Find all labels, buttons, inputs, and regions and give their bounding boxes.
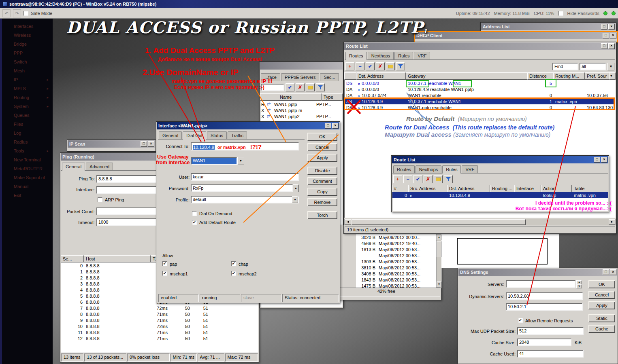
route-rules-column[interactable]: Interface [514, 185, 541, 192]
allow-protocol-item[interactable]: mschap1 [162, 270, 231, 279]
sidebar-item[interactable]: Tools ▸ [2, 146, 53, 155]
profile-select[interactable]: default [191, 196, 299, 203]
connect-to-input[interactable]: 10.128.4.9 or matrix.vpn !?!? [191, 142, 299, 150]
dialog-button[interactable]: OK [307, 133, 337, 141]
sidebar-item[interactable]: Files [2, 120, 53, 129]
close-icon[interactable]: × [610, 33, 616, 38]
route-rules-column[interactable]: Table [572, 185, 608, 192]
ping-tab[interactable]: General [62, 163, 85, 171]
filter-icon[interactable] [316, 83, 325, 91]
comment-icon[interactable] [434, 175, 443, 183]
route-list-tab[interactable]: VRF [414, 52, 430, 59]
route-col-gateway[interactable]: Gateway [406, 72, 527, 80]
max-udp-input[interactable]: 512 [517, 327, 584, 335]
close-icon[interactable]: × [148, 141, 154, 147]
sidebar-item[interactable]: Wireless [2, 31, 53, 40]
route-list-tab[interactable]: Nexthops [368, 52, 394, 59]
column-dropdown-icon[interactable]: ▾ [609, 72, 616, 80]
route-row[interactable]: DS ▸0.0.0.0/0 10.0.37.1 reachable WAN1 5 [345, 80, 615, 86]
remove-icon[interactable]: − [356, 62, 364, 70]
ppp-col-name[interactable]: Name [260, 93, 322, 101]
ppp-col-type[interactable]: Type [322, 93, 343, 101]
route-rules-tab[interactable]: Rules [442, 165, 461, 174]
sidebar-item[interactable]: Make Supout.rif [2, 173, 53, 182]
disable-icon[interactable]: ✗ [376, 62, 385, 70]
sidebar-item[interactable]: Switch [2, 57, 53, 66]
maximize-icon[interactable]: □ [603, 269, 609, 275]
route-list-tab[interactable]: Routes [345, 52, 367, 60]
allow-protocol-checkbox[interactable] [162, 261, 167, 266]
file-row[interactable]: 1475 B May/08/2012 00:53... [356, 283, 436, 288]
cache-size-input[interactable]: 2048 [517, 339, 571, 346]
scroll-up-icon[interactable]: ▴ [437, 235, 441, 240]
sidebar-item[interactable]: Radius [2, 138, 53, 146]
dialog-button[interactable]: Copy [307, 188, 337, 196]
route-rules-tab[interactable]: Nexthops [416, 165, 441, 173]
route-list-tab[interactable]: Rules [394, 52, 413, 59]
close-icon[interactable]: × [608, 24, 615, 30]
ppp-tab[interactable]: Sec... [320, 73, 339, 81]
allow-protocol-item[interactable]: chap [231, 260, 300, 269]
ping-result-row[interactable]: 8 8.8.8.8 71ms 50 51 [61, 311, 258, 317]
scope-dropdown-icon[interactable]: ▾ [607, 63, 614, 70]
scroll-left-icon[interactable]: ◄ [345, 219, 351, 225]
filter-icon[interactable] [444, 175, 453, 183]
file-row[interactable]: 1813 B May/08/2012 00:53... [356, 246, 436, 252]
servers-spin-up-icon[interactable]: ▴ [576, 280, 582, 284]
files-scrollbar[interactable]: ▴ ▾ [436, 234, 442, 288]
allow-protocol-checkbox[interactable] [162, 271, 167, 276]
dialog-tab[interactable]: Dial Out [183, 131, 206, 140]
scope-select[interactable]: all [580, 63, 606, 70]
disable-icon[interactable]: ✗ [424, 175, 433, 183]
enable-icon[interactable]: ✔ [413, 175, 422, 183]
sidebar-item[interactable]: IP ▸ [2, 75, 53, 84]
comment-icon[interactable] [386, 62, 395, 70]
route-col-flags[interactable] [344, 72, 356, 80]
remove-icon[interactable]: − [403, 175, 412, 183]
dns-button[interactable]: Cancel [588, 291, 615, 299]
close-icon[interactable]: × [608, 43, 615, 49]
ping-col-host[interactable]: Host [84, 255, 151, 262]
sidebar-item[interactable]: System ▸ [2, 102, 53, 111]
route-col-routing-mark[interactable]: Routing M... [553, 72, 585, 80]
sidebar-item[interactable]: Log [2, 129, 53, 138]
file-row[interactable]: 3810 B May/08/2012 00:53... [356, 265, 436, 271]
gateway-dropdown-icon[interactable]: ▾ [237, 157, 244, 165]
route-rules-column[interactable]: # [392, 185, 408, 192]
dialog-button[interactable]: Cancel [307, 143, 337, 151]
dial-on-demand-checkbox[interactable] [192, 211, 197, 216]
ppp-interface-row[interactable]: R ⇄ WAN1-pptp PPTP... [260, 101, 342, 107]
sidebar-item[interactable]: Manual [2, 182, 53, 191]
ppp-interface-row[interactable]: X ⇄ WAN1-pptp-m [260, 107, 342, 113]
dns-button[interactable]: Static [588, 314, 615, 322]
ping-result-row[interactable]: 10 8.8.8.8 72ms 50 51 [61, 323, 258, 329]
file-row[interactable]: 3020 B May/09/2012 00:00... [356, 234, 436, 240]
user-input[interactable]: kozar [191, 173, 299, 181]
ping-tab[interactable]: Advanced [86, 163, 113, 170]
dialog-tab[interactable]: Status [207, 131, 227, 139]
dns-button[interactable]: Cache [588, 325, 615, 333]
file-row[interactable]: May/08/2012 00:53... [356, 252, 436, 258]
enable-icon[interactable]: ✔ [366, 62, 375, 70]
route-rules-column[interactable]: Routing ... [490, 185, 514, 192]
sidebar-item[interactable]: PPP [2, 49, 53, 57]
comment-icon[interactable] [306, 83, 315, 91]
dns-button[interactable]: OK [588, 280, 615, 288]
sidebar-item[interactable]: MetaROUTER [2, 164, 53, 173]
route-rules-tab[interactable]: VRF [462, 165, 478, 173]
file-row[interactable]: 1303 B May/08/2012 00:53... [356, 258, 436, 265]
enable-icon[interactable]: ✔ [286, 83, 294, 91]
safe-mode-checkbox[interactable] [23, 11, 28, 16]
sidebar-item[interactable]: Mesh [2, 66, 53, 75]
allow-protocol-checkbox[interactable] [231, 271, 236, 276]
allow-protocol-item[interactable]: mschap2 [231, 270, 300, 279]
password-input[interactable]: RxFp [191, 184, 293, 192]
dialog-button[interactable]: Apply [307, 154, 337, 162]
maximize-icon[interactable]: □ [601, 24, 607, 30]
redo-icon[interactable]: ↷ [13, 9, 21, 17]
ppp-interface-row[interactable]: X ⇄ WAN1-pptp2 PPTP... [260, 113, 342, 119]
scroll-right-icon[interactable]: ► [609, 219, 615, 225]
find-input[interactable]: Find [552, 63, 578, 70]
route-row[interactable]: DA ▸0.0.0.0/0 10.128.4.9 reachable WAN1-… [345, 86, 615, 92]
filter-icon[interactable] [396, 62, 405, 70]
